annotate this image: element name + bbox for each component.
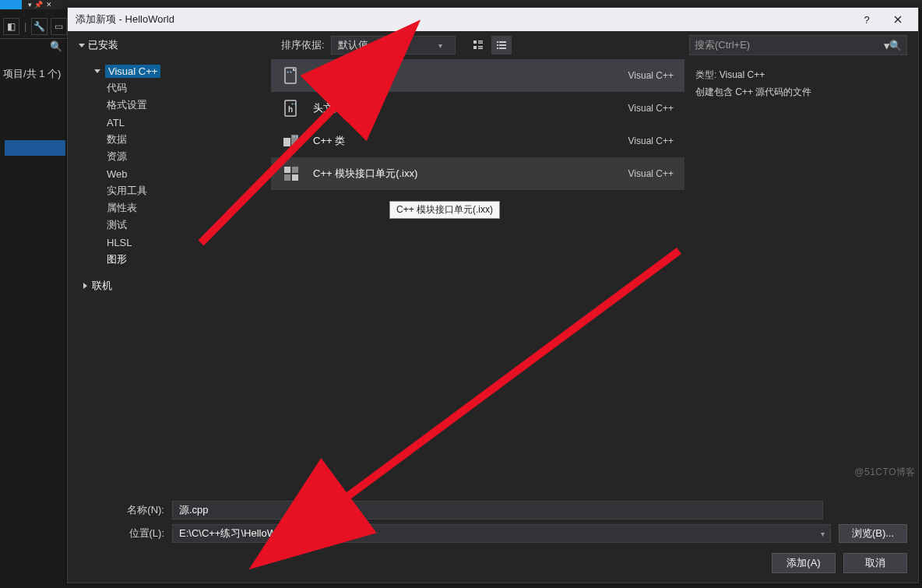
svg-rect-1 bbox=[478, 40, 483, 42]
svg-rect-20 bbox=[284, 167, 290, 173]
installed-label[interactable]: 已安装 bbox=[88, 38, 118, 52]
ide-project-counter: 项目/共 1 个) bbox=[0, 67, 61, 81]
tree-graphics-label: 图形 bbox=[107, 252, 127, 266]
template-lang: Visual C++ bbox=[628, 168, 674, 179]
svg-rect-11 bbox=[499, 48, 506, 49]
template-name: C++ 模块接口单元(.ixx) bbox=[313, 167, 618, 181]
tab-close-icon[interactable]: ✕ bbox=[46, 0, 52, 9]
tool-minus-icon[interactable]: ▭ bbox=[51, 18, 67, 35]
name-label: 名称(N): bbox=[79, 503, 164, 517]
svg-rect-5 bbox=[478, 48, 483, 50]
chevron-down-icon: ▾ bbox=[438, 41, 442, 50]
tool-left-icon[interactable]: ◧ bbox=[3, 18, 19, 35]
svg-rect-9 bbox=[499, 44, 506, 46]
search-input[interactable]: 搜索(Ctrl+E) 🔎▾ bbox=[689, 35, 907, 55]
tree-child-8[interactable]: 测试 bbox=[79, 217, 270, 234]
svg-rect-2 bbox=[478, 43, 483, 44]
svg-text:++: ++ bbox=[287, 69, 293, 74]
grid-icon bbox=[473, 40, 484, 51]
search-placeholder: 搜索(Ctrl+E) bbox=[695, 38, 750, 52]
cancel-button[interactable]: 取消 bbox=[843, 553, 907, 573]
tree-visual-cpp[interactable]: Visual C++ bbox=[79, 62, 270, 79]
svg-rect-22 bbox=[284, 174, 290, 181]
location-input[interactable] bbox=[173, 525, 815, 542]
ide-search-icon[interactable]: 🔍 bbox=[50, 40, 62, 52]
template-header-file[interactable]: h++ 头文件(.h) Visual C++ bbox=[271, 92, 684, 125]
pin-icon[interactable]: ▾ 📌 bbox=[28, 0, 43, 9]
svg-rect-8 bbox=[497, 44, 498, 46]
ide-selection-stripe bbox=[5, 140, 65, 156]
tree-child-1[interactable]: 格式设置 bbox=[79, 97, 270, 114]
tree-child-9[interactable]: HLSL bbox=[79, 234, 270, 251]
name-input[interactable] bbox=[172, 501, 823, 519]
cpp-file-icon: ++ bbox=[280, 65, 302, 86]
template-lang: Visual C++ bbox=[628, 103, 674, 114]
chevron-down-icon[interactable]: ▾ bbox=[815, 530, 830, 538]
dialog-header-row: 已安装 排序依据: 默认值 ▾ bbox=[68, 31, 918, 59]
search-icon: 🔎▾ bbox=[884, 40, 902, 51]
location-combo[interactable]: ▾ bbox=[172, 524, 831, 543]
type-description: 创建包含 C++ 源代码的文件 bbox=[695, 84, 907, 101]
browse-button[interactable]: 浏览(B)... bbox=[839, 524, 907, 543]
tree-graphics[interactable]: 图形 bbox=[79, 251, 270, 268]
sort-combo[interactable]: 默认值 ▾ bbox=[331, 36, 456, 55]
svg-rect-23 bbox=[292, 174, 298, 181]
tree-child-5[interactable]: Web bbox=[79, 165, 270, 182]
template-name: 头文件(.h) bbox=[313, 101, 618, 115]
svg-text:++: ++ bbox=[293, 134, 299, 139]
close-button[interactable] bbox=[882, 8, 913, 31]
svg-rect-4 bbox=[478, 46, 483, 48]
tree-child-6[interactable]: 实用工具 bbox=[79, 182, 270, 199]
tree-online[interactable]: 联机 bbox=[79, 277, 270, 294]
dialog-bottom: 名称(N): 位置(L): ▾ 浏览(B)... 添加(A) 取消 bbox=[68, 492, 918, 583]
dialog-main: Visual C++ 代码 格式设置 ATL 数据 资源 Web 实用工具 属性… bbox=[68, 59, 918, 492]
template-cpp-class[interactable]: ++ C++ 类 Visual C++ bbox=[271, 125, 684, 157]
tool-wrench-icon[interactable]: 🔧 bbox=[31, 18, 48, 35]
svg-rect-21 bbox=[292, 167, 298, 173]
type-value: Visual C++ bbox=[720, 69, 765, 80]
category-tree[interactable]: Visual C++ 代码 格式设置 ATL 数据 资源 Web 实用工具 属性… bbox=[68, 59, 270, 492]
svg-rect-3 bbox=[473, 46, 477, 49]
tree-visual-cpp-label: Visual C++ bbox=[105, 65, 160, 78]
header-file-icon: h++ bbox=[280, 97, 302, 119]
add-button[interactable]: 添加(A) bbox=[772, 553, 836, 573]
module-icon bbox=[280, 163, 302, 185]
tree-child-2[interactable]: ATL bbox=[79, 114, 270, 131]
tree-child-0[interactable]: 代码 bbox=[79, 79, 270, 97]
svg-text:++: ++ bbox=[291, 101, 297, 106]
template-module-interface[interactable]: C++ 模块接口单元(.ixx) Visual C++ bbox=[271, 157, 684, 190]
sort-by-label: 排序依据: bbox=[281, 38, 325, 52]
sort-value: 默认值 bbox=[338, 38, 368, 52]
location-label: 位置(L): bbox=[79, 526, 164, 540]
type-label: 类型: bbox=[695, 69, 716, 80]
svg-text:h: h bbox=[288, 105, 293, 114]
cpp-class-icon: ++ bbox=[280, 130, 302, 152]
template-name: C++ 类 bbox=[313, 134, 618, 148]
svg-rect-7 bbox=[499, 41, 506, 43]
caret-right-icon bbox=[83, 283, 87, 289]
template-tooltip: C++ 模块接口单元(.ixx) bbox=[389, 201, 500, 219]
template-details: 类型: Visual C++ 创建包含 C++ 源代码的文件 bbox=[684, 59, 918, 492]
dialog-titlebar[interactable]: 添加新项 - HelloWorld ? bbox=[68, 8, 918, 31]
tree-child-3[interactable]: 数据 bbox=[79, 131, 270, 148]
close-icon bbox=[894, 16, 902, 23]
list-icon bbox=[496, 40, 507, 51]
help-button[interactable]: ? bbox=[851, 8, 882, 31]
tree-child-7[interactable]: 属性表 bbox=[79, 199, 270, 217]
svg-rect-17 bbox=[283, 138, 290, 146]
template-list[interactable]: ++ C++ 文件(.cpp) Visual C++ h++ 头文件(.h) V… bbox=[270, 59, 684, 492]
svg-rect-10 bbox=[497, 48, 498, 49]
caret-down-icon bbox=[94, 69, 100, 73]
installed-caret-icon[interactable] bbox=[79, 44, 85, 48]
watermark: @51CTO博客 bbox=[854, 466, 916, 479]
tree-online-label: 联机 bbox=[92, 279, 112, 293]
template-lang: Visual C++ bbox=[628, 70, 674, 81]
add-new-item-dialog: 添加新项 - HelloWorld ? 已安装 排序依据: 默认值 ▾ bbox=[67, 7, 919, 583]
tree-child-4[interactable]: 资源 bbox=[79, 148, 270, 165]
view-small-icons-button[interactable] bbox=[491, 36, 512, 55]
ide-active-tab[interactable] bbox=[0, 0, 22, 9]
view-medium-icons-button[interactable] bbox=[468, 36, 488, 55]
template-cpp-file[interactable]: ++ C++ 文件(.cpp) Visual C++ bbox=[271, 59, 684, 92]
template-name: C++ 文件(.cpp) bbox=[313, 69, 618, 83]
ide-toolbar: ◧ | 🔧 ▭ bbox=[0, 14, 67, 39]
